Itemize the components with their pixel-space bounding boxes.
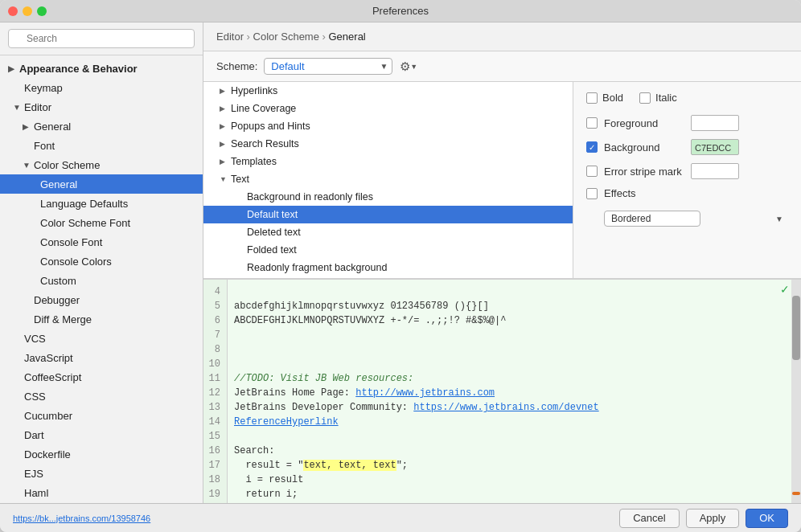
sidebar-item-keymap[interactable]: Keymap — [0, 78, 203, 97]
tree-node-deleted-text[interactable]: Deleted text — [203, 223, 573, 241]
scheme-bar: Scheme: Default Darcula IntelliJ Light H… — [203, 51, 801, 82]
sidebar-item-css[interactable]: CSS — [0, 387, 203, 406]
cancel-button[interactable]: Cancel — [619, 509, 679, 528]
italic-checkbox[interactable] — [639, 92, 651, 104]
scheme-gear-button[interactable]: ⚙ ▼ — [399, 57, 418, 76]
top-section: ▶Hyperlinks▶Line Coverage▶Popups and Hin… — [203, 82, 801, 278]
breadcrumb-bar: Editor › Color Scheme › General — [203, 23, 801, 51]
sidebar-tree: ▶Appearance & BehaviorKeymap▼Editor▶Gene… — [0, 55, 203, 503]
scheme-select[interactable]: Default Darcula IntelliJ Light High cont… — [264, 58, 392, 75]
apply-button[interactable]: Apply — [686, 509, 740, 528]
tree-node-bg-readonly[interactable]: Background in readonly files — [203, 188, 573, 206]
sidebar: ⌕ ▶Appearance & BehaviorKeymap▼Editor▶Ge… — [0, 23, 203, 503]
line-number: 6 — [207, 313, 224, 328]
minimize-button[interactable] — [23, 6, 32, 16]
line-number: 14 — [207, 415, 224, 429]
ok-button[interactable]: OK — [746, 509, 788, 528]
sidebar-item-editor[interactable]: ▼Editor — [0, 97, 203, 117]
sidebar-item-label: EJS — [24, 468, 43, 480]
window-title: Preferences — [372, 5, 429, 17]
sidebar-item-cucumber[interactable]: Cucumber — [0, 406, 203, 425]
tree-node-label: Search Results — [231, 138, 299, 149]
sidebar-item-coffeescript[interactable]: CoffeeScript — [0, 367, 203, 387]
tree-node-hyperlinks[interactable]: ▶Hyperlinks — [203, 82, 573, 100]
sidebar-item-diff-merge[interactable]: Diff & Merge — [0, 309, 203, 329]
sidebar-item-vcs[interactable]: VCS — [0, 329, 203, 348]
sidebar-item-dart[interactable]: Dart — [0, 425, 203, 444]
sidebar-item-ejs[interactable]: EJS — [0, 464, 203, 483]
sidebar-arrow-icon: ▶ — [8, 64, 19, 73]
tree-arrow-icon: ▼ — [220, 175, 231, 183]
line-number: 8 — [207, 342, 224, 357]
error-stripe-checkbox[interactable] — [586, 166, 598, 177]
sidebar-item-javascript[interactable]: JavaScript — [0, 348, 203, 367]
background-color-swatch[interactable]: C7EDCC — [691, 139, 739, 155]
foreground-color-swatch[interactable] — [691, 115, 739, 131]
sidebar-item-custom[interactable]: Custom — [0, 271, 203, 290]
sidebar-arrow-icon: ▶ — [23, 122, 34, 131]
sidebar-item-debugger[interactable]: Debugger — [0, 290, 203, 309]
sidebar-item-appearance-behavior[interactable]: ▶Appearance & Behavior — [0, 59, 203, 78]
background-color-value: C7EDCC — [692, 143, 731, 153]
sidebar-item-console-font[interactable]: Console Font — [0, 232, 203, 252]
code-line — [234, 357, 785, 371]
sidebar-item-label: CSS — [24, 391, 46, 403]
effects-label: Effects — [604, 187, 684, 199]
bold-checkbox[interactable] — [586, 92, 598, 104]
sidebar-item-font[interactable]: Font — [0, 136, 203, 155]
preview-section: 4567810111213141516171819 abcdefghijklmn… — [203, 278, 801, 503]
preview-scrollbar[interactable] — [791, 280, 801, 503]
sidebar-item-console-colors[interactable]: Console Colors — [0, 252, 203, 271]
sidebar-item-label: Keymap — [24, 82, 63, 94]
code-line: ReferenceHyperlink — [234, 415, 785, 429]
tree-node-templates[interactable]: ▶Templates — [203, 153, 573, 170]
tree-node-text[interactable]: ▼Text — [203, 170, 573, 188]
code-line: JetBrains Home Page: http://www.jetbrain… — [234, 386, 785, 400]
tree-node-label: Folded text — [247, 244, 297, 256]
gear-icon: ⚙ — [400, 59, 410, 74]
sidebar-item-label: JavaScript — [24, 352, 73, 364]
sidebar-item-language-defaults[interactable]: Language Defaults — [0, 194, 203, 213]
tree-node-default-text[interactable]: Default text — [203, 206, 573, 223]
code-line — [234, 328, 785, 342]
search-box: ⌕ — [0, 23, 203, 55]
sidebar-item-color-scheme-font[interactable]: Color Scheme Font — [0, 213, 203, 232]
tree-node-readonly-fragment[interactable]: Readonly fragment background — [203, 259, 573, 276]
code-line — [234, 284, 785, 299]
breadcrumb: Editor › Color Scheme › General — [216, 31, 366, 43]
foreground-checkbox[interactable] — [586, 117, 598, 129]
maximize-button[interactable] — [37, 6, 47, 16]
sidebar-item-label: Color Scheme Font — [40, 217, 130, 229]
error-stripe-color-swatch[interactable] — [691, 163, 739, 179]
tree-node-folded-text[interactable]: Folded text — [203, 241, 573, 259]
background-checkbox[interactable] — [586, 141, 598, 153]
close-button[interactable] — [8, 6, 18, 16]
sidebar-item-general[interactable]: ▶General — [0, 117, 203, 136]
sidebar-item-general-sub[interactable]: General — [0, 174, 203, 194]
bottom-bar: https://bk...jetbrains.com/13958746 Canc… — [0, 503, 801, 532]
tree-node-label: Hyperlinks — [231, 85, 277, 96]
tree-node-search-results[interactable]: ▶Search Results — [203, 135, 573, 153]
sidebar-item-haml[interactable]: Haml — [0, 483, 203, 502]
code-line: result = "text, text, text"; — [234, 458, 785, 473]
sidebar-item-dockerfile[interactable]: Dockerfile — [0, 444, 203, 464]
italic-row: Italic — [639, 92, 677, 104]
sidebar-item-label: Console Colors — [40, 256, 112, 268]
sidebar-item-label: Cucumber — [24, 410, 72, 422]
right-panel: Editor › Color Scheme › General Scheme: … — [203, 23, 801, 503]
attributes-panel: Bold Italic Foreground — [573, 82, 801, 278]
sidebar-item-color-scheme[interactable]: ▼Color Scheme — [0, 155, 203, 174]
code-line — [234, 342, 785, 357]
line-number: 5 — [207, 299, 224, 313]
search-input[interactable] — [8, 29, 195, 48]
foreground-row: Foreground — [586, 115, 788, 131]
effects-select[interactable]: Bordered Underscored Bold Underscored Wa… — [604, 211, 700, 227]
tree-node-popups-hints[interactable]: ▶Popups and Hints — [203, 117, 573, 135]
effects-checkbox[interactable] — [586, 188, 598, 199]
preferences-window: Preferences ⌕ ▶Appearance & BehaviorKeym… — [0, 0, 801, 532]
tree-node-line-coverage[interactable]: ▶Line Coverage — [203, 100, 573, 117]
code-line: return i; — [234, 487, 785, 501]
tree-arrow-icon: ▶ — [220, 104, 231, 113]
sidebar-item-label: Haml — [24, 487, 48, 499]
tree-arrow-icon: ▶ — [220, 158, 231, 166]
